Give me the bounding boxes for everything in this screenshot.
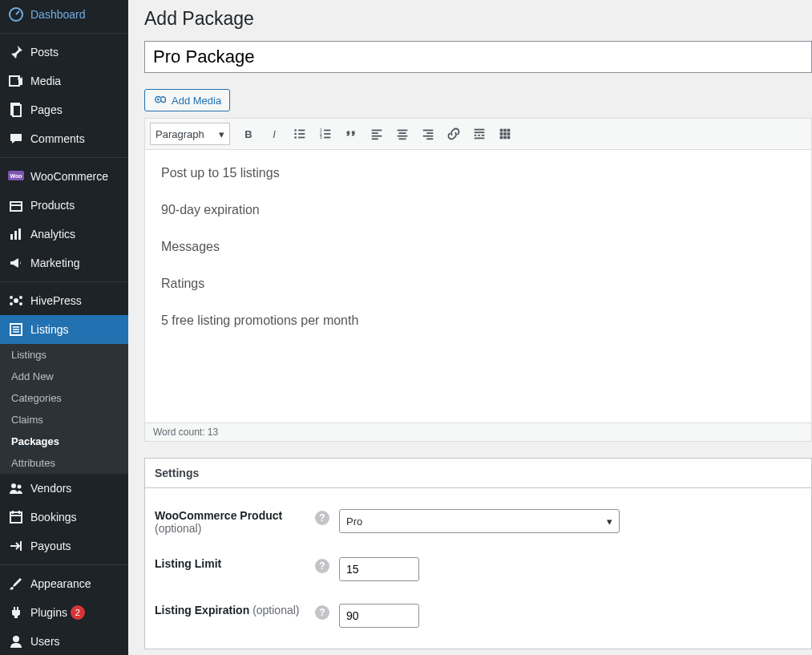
field-label-text: Listing Limit [155,557,221,570]
chevron-down-icon: ▾ [219,128,224,140]
submenu-packages[interactable]: Packages [0,431,128,452]
align-right-button[interactable] [416,122,440,146]
settings-panel: Settings WooCommerce Product (optional) … [144,458,812,649]
menu-woocommerce[interactable]: Woo WooCommerce [0,162,128,191]
svg-rect-56 [475,131,485,133]
svg-rect-66 [507,132,511,135]
field-optional-text: (optional) [155,522,201,535]
submenu-attributes[interactable]: Attributes [0,452,128,474]
format-select-label: Paragraph [156,128,204,140]
woocommerce-product-select[interactable]: Pro ▾ [339,509,620,533]
svg-point-16 [19,302,22,305]
menu-marketing[interactable]: Marketing [0,249,128,277]
submenu-categories[interactable]: Categories [0,387,128,409]
submenu-add-new[interactable]: Add New [0,366,128,387]
toolbar-toggle-button[interactable] [493,122,517,146]
page-title: Add Package [144,8,812,30]
bullet-list-button[interactable] [288,122,312,146]
svg-point-14 [19,296,22,299]
submenu-claims[interactable]: Claims [0,409,128,431]
listing-expiration-input[interactable] [339,604,419,628]
listing-limit-input[interactable] [339,557,419,581]
svg-point-21 [11,483,16,488]
blockquote-button[interactable] [339,122,363,146]
menu-label: HivePress [30,294,82,307]
italic-button[interactable]: I [262,122,286,146]
menu-label: Products [30,199,75,212]
menu-label: Payouts [30,540,71,552]
field-woocommerce-product: WooCommerce Product (optional) ? Pro ▾ [155,498,802,546]
svg-rect-42 [324,137,330,139]
svg-rect-58 [478,135,480,136]
menu-listings[interactable]: Listings [0,315,128,344]
link-button[interactable] [442,122,466,146]
menu-label: Comments [30,132,85,145]
menu-label: Posts [30,46,59,59]
svg-rect-47 [398,130,408,131]
menu-analytics[interactable]: Analytics [0,220,128,249]
svg-rect-60 [475,138,485,139]
menu-posts[interactable]: Posts [0,38,128,67]
admin-sidebar: Dashboard Posts Media Pages Comments Woo… [0,0,128,655]
marketing-icon [8,255,24,271]
svg-rect-10 [14,231,17,240]
align-left-button[interactable] [365,122,389,146]
menu-label: WooCommerce [30,170,108,183]
help-icon[interactable]: ? [315,605,329,620]
menu-dashboard[interactable]: Dashboard [0,0,128,29]
readmore-button[interactable] [467,122,491,146]
svg-rect-4 [13,105,21,116]
svg-rect-49 [398,135,408,137]
svg-rect-46 [372,138,378,139]
svg-rect-45 [372,135,382,137]
add-media-button[interactable]: Add Media [144,89,230,111]
editor-content[interactable]: Post up to 15 listings 90-day expiration… [145,150,811,423]
title-input[interactable] [144,41,812,73]
help-icon[interactable]: ? [315,559,329,573]
svg-rect-64 [500,132,503,135]
vendors-icon [8,480,24,496]
svg-rect-51 [423,130,434,131]
menu-products[interactable]: Products [0,191,128,220]
menu-vendors[interactable]: Vendors [0,474,128,503]
menu-label: Users [30,635,60,648]
menu-plugins[interactable]: Plugins 2 [0,598,128,627]
submenu-listings-item[interactable]: Listings [0,344,128,366]
plugins-badge: 2 [71,605,85,620]
content-line: 90-day expiration [161,203,795,217]
menu-label: Pages [30,103,63,116]
select-value: Pro [346,516,362,528]
svg-rect-32 [298,130,305,131]
bold-button[interactable]: B [236,122,261,146]
menu-payouts[interactable]: Payouts [0,532,128,560]
submenu-listings: Listings Add New Categories Claims Packa… [0,344,128,474]
main-content: Add Package Add Media Paragraph ▾ B I 12… [128,0,812,655]
menu-users[interactable]: Users [0,627,128,655]
menu-hivepress[interactable]: HivePress [0,286,128,315]
format-select[interactable]: Paragraph ▾ [150,123,230,145]
svg-rect-38 [324,130,330,131]
svg-rect-43 [372,130,382,131]
menu-bookings[interactable]: Bookings [0,503,128,532]
media-icon [8,73,24,89]
menu-pages[interactable]: Pages [0,95,128,124]
menu-comments[interactable]: Comments [0,124,128,153]
help-icon[interactable]: ? [315,511,329,525]
svg-point-15 [10,302,13,305]
menu-appearance[interactable]: Appearance [0,569,128,598]
svg-rect-34 [298,133,305,135]
editor-statusbar: Word count: 13 [145,423,811,441]
align-center-button[interactable] [390,122,414,146]
listings-icon [8,321,24,338]
plugin-icon [8,604,24,621]
numbered-list-button[interactable]: 123 [313,122,337,146]
svg-rect-65 [503,132,507,135]
menu-media[interactable]: Media [0,67,128,95]
svg-rect-40 [324,133,330,135]
menu-label: Marketing [30,257,79,269]
svg-rect-1 [10,76,19,86]
menu-label: Appearance [30,577,91,590]
content-line: Messages [161,240,795,254]
svg-point-13 [10,296,13,299]
analytics-icon [8,226,24,242]
